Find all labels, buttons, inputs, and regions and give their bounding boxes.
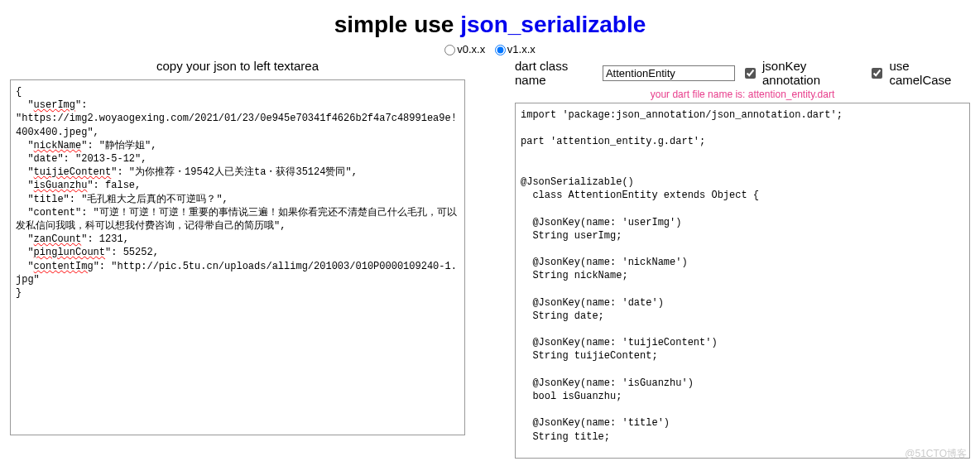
left-header: copy your json to left textarea: [10, 59, 465, 73]
page-title: simple use json_serializable: [0, 12, 980, 38]
right-header: dart class name jsonKey annotation use c…: [515, 59, 970, 87]
version-radio-row: v0.x.x v1.x.x: [0, 43, 980, 55]
camelcase-checkbox[interactable]: [872, 68, 882, 79]
json-input[interactable]: { "userImg": "https://img2.woyaogexing.c…: [10, 79, 465, 435]
left-column: copy your json to left textarea { "userI…: [10, 59, 465, 459]
radio-v0[interactable]: v0.x.x: [444, 43, 485, 55]
class-name-label: dart class name: [515, 59, 598, 87]
jsonkey-checkbox[interactable]: [745, 68, 756, 79]
jsonkey-label: jsonKey annotation: [762, 59, 862, 87]
radio-v0-input[interactable]: [444, 45, 455, 55]
watermark: @51CTO博客: [905, 447, 967, 461]
class-name-input[interactable]: [603, 65, 735, 81]
radio-v1-input[interactable]: [495, 45, 506, 55]
camelcase-label: use camelCase: [889, 59, 970, 87]
radio-v1[interactable]: v1.x.x: [495, 43, 536, 55]
radio-v1-label: v1.x.x: [507, 43, 536, 55]
filename-hint: your dart file name is: attention_entity…: [515, 89, 970, 100]
title-prefix: simple use: [334, 12, 461, 37]
dart-output[interactable]: import 'package:json_annotation/json_ann…: [515, 103, 970, 459]
right-column: dart class name jsonKey annotation use c…: [515, 59, 970, 459]
title-link[interactable]: json_serializable: [460, 12, 646, 37]
radio-v0-label: v0.x.x: [457, 43, 485, 55]
